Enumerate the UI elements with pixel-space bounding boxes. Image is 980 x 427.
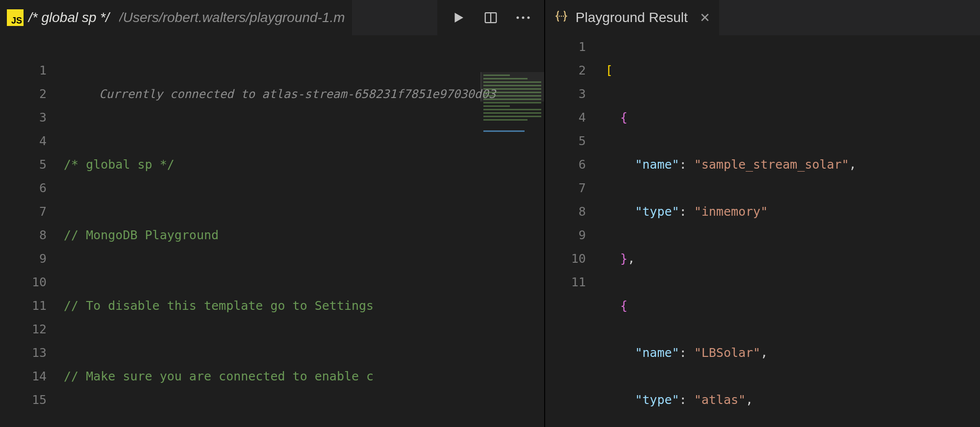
tab-title: /* global sp */ [28,10,109,25]
code-editor-left[interactable]: 1 2 3 4 5 6 7 8 9 10 11 12 13 14 15 Curr… [0,35,544,427]
line-gutter-left: 1 2 3 4 5 6 7 8 9 10 11 12 13 14 15 [0,35,64,427]
svg-point-2 [517,17,519,19]
line-number: 3 [545,82,586,106]
line-number: 8 [0,224,47,247]
line-number: 10 [545,247,586,271]
line-number: 1 [545,35,586,59]
line-number: 12 [0,318,47,341]
run-icon[interactable] [451,10,466,25]
code-content-left[interactable]: Currently connected to atlas-stream-6582… [64,35,544,427]
line-number: 3 [0,106,47,129]
editor-tab-playground[interactable]: JS /* global sp */ /Users/robert.walters… [0,0,352,35]
line-number: 2 [0,82,47,106]
line-number: 11 [545,271,586,294]
line-number: 7 [545,176,586,200]
line-number: 8 [545,200,586,224]
close-icon[interactable]: ✕ [700,10,710,25]
line-number: 5 [545,129,586,153]
editor-actions [437,0,544,35]
tab-bar-right: Playground Result ✕ [545,0,980,35]
editor-pane-left: JS /* global sp */ /Users/robert.walters… [0,0,544,427]
tab-bar-left: JS /* global sp */ /Users/robert.walters… [0,0,544,35]
line-gutter-right: 1 2 3 4 5 6 7 8 9 10 11 [545,35,602,427]
editor-tab-result[interactable]: Playground Result ✕ [545,0,719,35]
line-number: 9 [0,247,47,271]
tab-path: /Users/robert.walters/playground-1.m [119,10,345,25]
svg-point-5 [558,15,560,17]
line-number: 7 [0,200,47,224]
svg-point-3 [522,17,525,19]
line-number: 14 [0,365,47,388]
svg-point-4 [528,17,530,19]
line-number: 4 [545,106,586,129]
code-editor-right[interactable]: 1 2 3 4 5 6 7 8 9 10 11 [ { "name": "sam… [545,35,980,427]
tab-title: Playground Result [576,10,688,25]
line-number: 4 [0,129,47,153]
js-file-icon: JS [7,9,24,26]
code-content-right[interactable]: [ { "name": "sample_stream_solar", "type… [602,35,980,427]
line-number: 9 [545,224,586,247]
line-number: 10 [0,271,47,294]
editor-pane-right: Playground Result ✕ 1 2 3 4 5 6 7 8 9 10… [545,0,980,427]
svg-point-7 [563,15,564,17]
line-number: 6 [0,176,47,200]
more-icon[interactable] [516,16,530,20]
line-number: 1 [0,59,47,82]
line-number: 11 [0,294,47,318]
split-editor-icon[interactable] [483,10,498,25]
svg-point-6 [561,15,562,17]
connection-status: Currently connected to atlas-stream-6582… [64,82,544,106]
line-number: 5 [0,153,47,176]
json-file-icon [554,9,569,27]
minimap-slider[interactable] [480,72,544,101]
line-number: 2 [545,59,586,82]
line-number: 15 [0,388,47,412]
line-number: 6 [545,153,586,176]
line-number: 13 [0,341,47,365]
